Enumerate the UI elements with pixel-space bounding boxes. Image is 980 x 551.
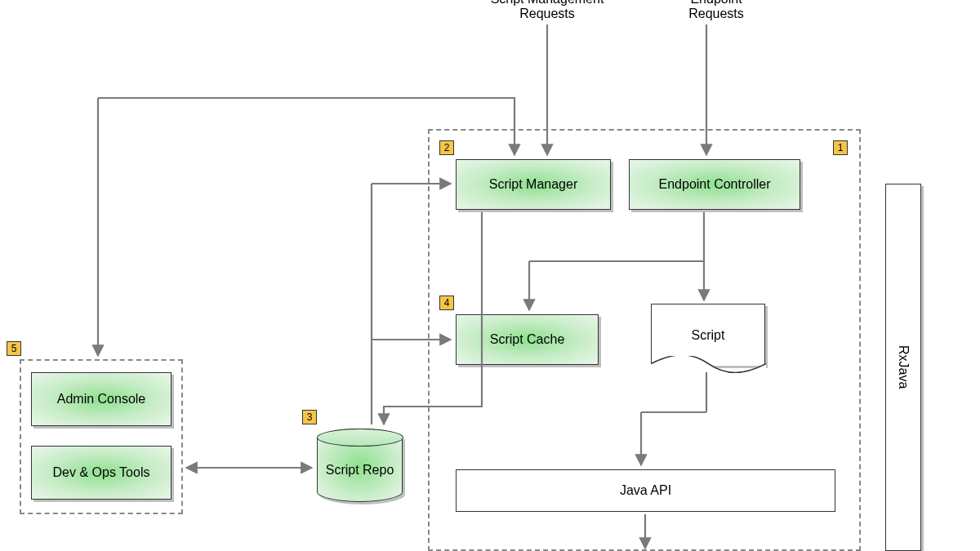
- badge-3: 3: [302, 410, 317, 424]
- badge-2: 2: [439, 140, 454, 155]
- doc-script: Script: [651, 304, 765, 366]
- label-endpoint-requests: Endpoint Requests: [663, 0, 769, 21]
- badge-1: 1: [833, 140, 848, 155]
- cyl-script-repo-label: Script Repo: [326, 463, 394, 478]
- badge-4: 4: [439, 295, 454, 310]
- box-script-manager-label: Script Manager: [489, 177, 578, 192]
- box-java-api-label: Java API: [620, 483, 671, 498]
- box-rxjava-label: RxJava: [896, 345, 911, 389]
- box-java-api: Java API: [456, 469, 835, 512]
- box-admin-console-label: Admin Console: [57, 392, 146, 407]
- box-devops-tools: Dev & Ops Tools: [31, 446, 172, 500]
- box-script-cache-label: Script Cache: [490, 332, 565, 347]
- doc-script-label: Script: [692, 328, 725, 343]
- badge-5: 5: [7, 341, 21, 356]
- box-script-manager: Script Manager: [456, 159, 611, 210]
- box-endpoint-controller-label: Endpoint Controller: [659, 177, 771, 192]
- box-script-cache: Script Cache: [456, 314, 599, 365]
- box-admin-console: Admin Console: [31, 372, 172, 426]
- box-rxjava: RxJava: [885, 184, 921, 551]
- cyl-script-repo: Script Repo: [317, 429, 403, 502]
- box-devops-tools-label: Dev & Ops Tools: [53, 465, 150, 480]
- box-endpoint-controller: Endpoint Controller: [629, 159, 800, 210]
- label-script-mgmt-requests: Script Management Requests: [470, 0, 625, 21]
